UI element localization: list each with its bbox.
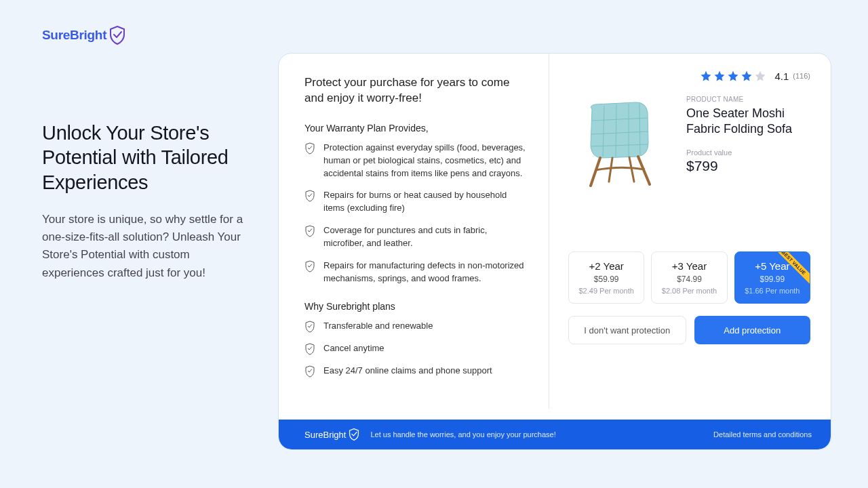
rating-value: 4.1	[774, 70, 789, 82]
plan-option-2yr[interactable]: +2 Year $59.99 $2.49 Per month	[568, 251, 644, 304]
star-icon	[754, 70, 766, 82]
list-item: Coverage for punctures and cuts in fabri…	[304, 224, 530, 250]
star-icon	[713, 70, 726, 82]
why-list: Transferable and renewable Cancel anytim…	[304, 320, 530, 378]
provides-heading: Your Warranty Plan Provides,	[304, 123, 530, 134]
widget-footer: SureBright Let us handle the worries, an…	[279, 420, 831, 449]
footer-logo: SureBright	[304, 428, 359, 441]
why-heading: Why Surebright plans	[304, 301, 530, 312]
shield-check-icon	[304, 225, 315, 237]
footer-tagline: Let us handle the worries, and you enjoy…	[370, 430, 555, 439]
shield-check-icon	[304, 142, 315, 155]
shield-icon	[109, 26, 125, 45]
page-headline: Unlock Your Store's Potential with Tailo…	[42, 121, 245, 195]
list-item: Cancel anytime	[304, 342, 530, 355]
star-icon	[727, 70, 739, 82]
list-item: Easy 24/7 online claims and phone suppor…	[304, 365, 530, 378]
terms-link[interactable]: Detailed terms and conditions	[713, 430, 812, 439]
plan-option-3yr[interactable]: +3 Year $74.99 $2.08 Per month	[651, 251, 727, 304]
shield-check-icon	[304, 260, 315, 272]
rating-row: 4.1 (116)	[568, 70, 810, 82]
list-item: Transferable and renewable	[304, 320, 530, 333]
plan-option-5yr[interactable]: BEST VALUE +5 Year $99.99 $1.66 Per mont…	[734, 251, 810, 304]
product-value-label: Product value	[686, 148, 810, 157]
plan-options: +2 Year $59.99 $2.49 Per month +3 Year $…	[568, 251, 810, 304]
list-item: Protection against everyday spills (food…	[304, 142, 530, 180]
product-name: One Seater Moshi Fabric Folding Sofa	[686, 106, 810, 136]
rating-count: (116)	[793, 72, 810, 80]
product-pane: 4.1 (116)	[549, 54, 831, 409]
chair-icon	[572, 92, 673, 194]
shield-check-icon	[304, 343, 315, 355]
brand-logo-text: SureBright	[42, 28, 106, 43]
star-icon	[741, 70, 753, 82]
benefit-list: Protection against everyday spills (food…	[304, 142, 530, 285]
product-image	[568, 89, 677, 197]
product-name-label: PRODUCT NAME	[686, 96, 810, 103]
page-subtext: Your store is unique, so why settle for …	[42, 211, 245, 282]
warranty-widget: Protect your purchase for years to come …	[278, 53, 831, 450]
list-item: Repairs for manufacturing defects in non…	[304, 260, 530, 285]
warranty-details-pane: Protect your purchase for years to come …	[279, 54, 549, 409]
add-protection-button[interactable]: Add protection	[694, 316, 811, 344]
brand-logo: SureBright	[42, 26, 125, 45]
star-rating	[700, 70, 766, 82]
list-item: Repairs for burns or heat caused by hous…	[304, 189, 530, 215]
shield-check-icon	[304, 321, 315, 333]
shield-check-icon	[304, 365, 315, 378]
product-price: $799	[686, 158, 810, 174]
shield-icon	[349, 428, 359, 441]
decline-protection-button[interactable]: I don't want protection	[568, 316, 686, 344]
protect-title: Protect your purchase for years to come …	[304, 75, 530, 106]
shield-check-icon	[304, 190, 315, 202]
star-icon	[700, 70, 712, 82]
